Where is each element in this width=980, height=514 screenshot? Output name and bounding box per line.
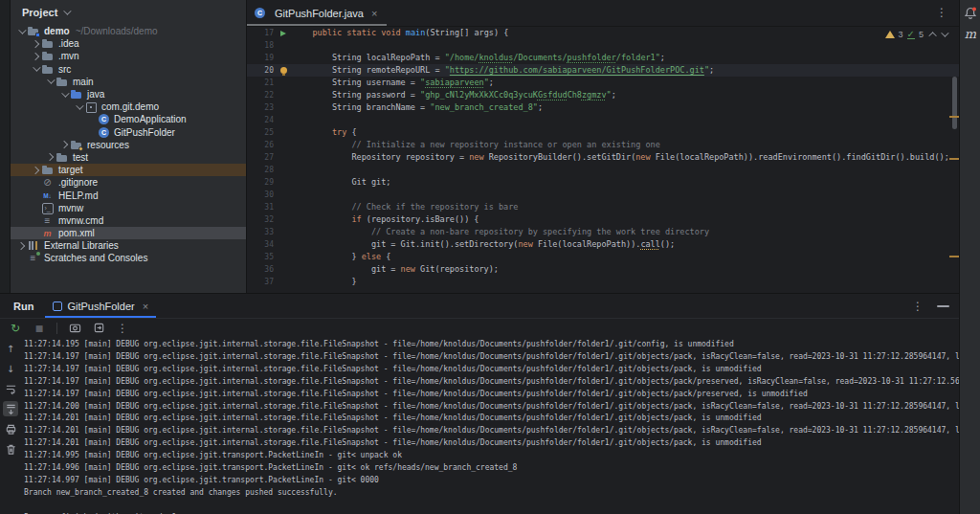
scrollbar-warning-mark[interactable]: [949, 256, 959, 257]
run-line-icon[interactable]: [280, 31, 286, 36]
line-number[interactable]: 24: [247, 114, 274, 126]
line-number[interactable]: 34: [247, 238, 274, 251]
line-number[interactable]: 18: [247, 39, 274, 52]
code-token: void: [381, 28, 400, 37]
chevron-right-icon[interactable]: [31, 166, 38, 173]
code-token: String localRepoPath =: [332, 53, 445, 62]
code-text: [293, 189, 959, 201]
close-run-tab-icon[interactable]: ×: [143, 301, 148, 312]
run-options-icon[interactable]: ⋮: [912, 300, 924, 313]
tree-item-demo[interactable]: demo~/Downloads/demo: [11, 25, 246, 37]
line-number[interactable]: 33: [247, 226, 274, 238]
console-line: 11:27:14.997 [main] DEBUG org.eclipse.jg…: [24, 475, 959, 487]
chevron-down-icon[interactable]: [61, 89, 69, 97]
editor-scrollbar[interactable]: [952, 77, 957, 129]
tree-item-gitpushfolder[interactable]: CGitPushFolder: [11, 126, 246, 139]
tree-item-label: DemoApplication: [114, 114, 187, 124]
rerun-icon[interactable]: ↻: [9, 322, 22, 335]
line-number[interactable]: 19: [247, 52, 274, 64]
stop-icon[interactable]: ■: [33, 322, 46, 335]
console-output[interactable]: 11:27:14.195 [main] DEBUG org.eclipse.jg…: [21, 337, 959, 514]
tree-item-test[interactable]: test: [11, 151, 246, 164]
chevron-down-icon[interactable]: [76, 101, 83, 109]
package-icon: [84, 101, 97, 113]
tree-item-gitignore[interactable]: ⊘.gitignore: [11, 176, 246, 189]
run-toolbar: ↻ ■ ⋮: [0, 319, 959, 337]
line-number[interactable]: 20: [247, 64, 274, 77]
run-toolbar-more-icon[interactable]: ⋮: [116, 322, 129, 335]
tree-item-java[interactable]: java: [11, 88, 246, 101]
scrollbar-warning-mark[interactable]: [949, 116, 959, 118]
code-line-26: 26 // Initialize a new repository instan…: [247, 139, 959, 151]
intention-bulb-icon[interactable]: [280, 67, 287, 74]
code-area[interactable]: 17 public static void main(String[] args…: [247, 27, 959, 293]
code-token: File(localRepoPath)).: [533, 239, 641, 249]
run-tab-gitpushfolder[interactable]: GitPushFolder ×: [45, 294, 156, 318]
gutter-icon-slot: [274, 201, 293, 213]
gutter-icon-slot: [274, 263, 293, 276]
maven-tool-button[interactable]: m: [960, 27, 980, 41]
tree-item-idea[interactable]: .idea: [11, 37, 246, 50]
line-number[interactable]: 25: [247, 126, 274, 139]
line-number[interactable]: 35: [247, 251, 274, 263]
tree-item-resources[interactable]: resources: [11, 139, 246, 151]
line-number[interactable]: 28: [247, 164, 274, 176]
tree-item-src[interactable]: src: [11, 63, 246, 76]
notifications-bell-icon[interactable]: [963, 6, 978, 21]
down-stacktrace-icon[interactable]: ↓: [3, 361, 18, 376]
inspections-widget[interactable]: 3 ✓ 5: [882, 29, 949, 40]
next-warning-icon[interactable]: [941, 29, 948, 36]
code-token: call: [640, 239, 659, 249]
line-number[interactable]: 37: [247, 276, 274, 288]
tree-item-external-libraries[interactable]: External Libraries: [11, 239, 246, 252]
tree-item-main[interactable]: main: [11, 76, 246, 88]
gitignore-icon: ⊘: [41, 176, 54, 189]
editor-more-options-icon[interactable]: ⋮: [936, 6, 947, 19]
hide-panel-icon[interactable]: [937, 305, 949, 307]
up-stacktrace-icon[interactable]: ↑: [3, 341, 18, 356]
line-number[interactable]: 30: [247, 189, 274, 201]
line-number[interactable]: 32: [247, 213, 274, 226]
line-number[interactable]: 31: [247, 201, 274, 213]
code-token: ;: [612, 90, 616, 100]
tree-item-pom-xml[interactable]: mpom.xml: [11, 227, 246, 239]
chevron-down-icon[interactable]: [47, 77, 55, 84]
warning-icon: [885, 31, 895, 38]
line-number[interactable]: 17: [247, 27, 274, 39]
thread-dump-camera-icon[interactable]: [68, 322, 81, 335]
line-number[interactable]: 26: [247, 139, 274, 151]
chevron-right-icon[interactable]: [45, 153, 53, 161]
tree-item-mvnw-cmd[interactable]: ≡mvnw.cmd: [11, 214, 246, 227]
code-token: https://github.com/sabiaparveen/GitPushF…: [450, 65, 704, 75]
line-number[interactable]: 36: [247, 263, 274, 276]
editor-tab-gitpushfolder[interactable]: C GitPushFolder.java ×: [247, 0, 387, 26]
clear-console-trash-icon[interactable]: [3, 441, 18, 457]
line-number[interactable]: 22: [247, 89, 274, 101]
prev-warning-icon[interactable]: [928, 32, 936, 39]
line-number[interactable]: 29: [247, 176, 274, 189]
soft-wrap-icon[interactable]: [3, 381, 18, 396]
tree-item-target[interactable]: target: [11, 164, 246, 176]
chevron-right-icon[interactable]: [31, 40, 38, 48]
tree-item-com-git-demo[interactable]: com.git.demo: [11, 101, 246, 113]
tree-item-demoapplication[interactable]: CDemoApplication: [11, 113, 246, 125]
scrollbar-warning-mark[interactable]: [949, 158, 959, 160]
chevron-down-icon[interactable]: [33, 63, 40, 71]
code-text: git = Git.init().setDirectory(new File(l…: [293, 238, 959, 251]
tree-item-help-md[interactable]: M↓HELP.md: [11, 189, 246, 201]
attach-console-icon[interactable]: [92, 322, 105, 335]
line-number[interactable]: 23: [247, 101, 274, 114]
print-icon[interactable]: [3, 421, 18, 436]
tree-item-mvn[interactable]: .mvn: [11, 50, 246, 62]
close-tab-icon[interactable]: ×: [371, 8, 377, 19]
chevron-right-icon[interactable]: [16, 242, 24, 250]
chevron-right-icon[interactable]: [31, 53, 38, 60]
chevron-down-icon[interactable]: [18, 26, 26, 34]
chevron-right-icon[interactable]: [59, 141, 67, 148]
tree-item-mvnw[interactable]: ›_mvnw: [11, 202, 246, 214]
tree-item-scratches-and-consoles[interactable]: ≡Scratches and Consoles: [11, 252, 246, 264]
project-dropdown[interactable]: Project: [22, 7, 69, 18]
line-number[interactable]: 21: [247, 77, 274, 89]
scroll-to-end-icon[interactable]: [3, 401, 18, 416]
line-number[interactable]: 27: [247, 151, 274, 164]
